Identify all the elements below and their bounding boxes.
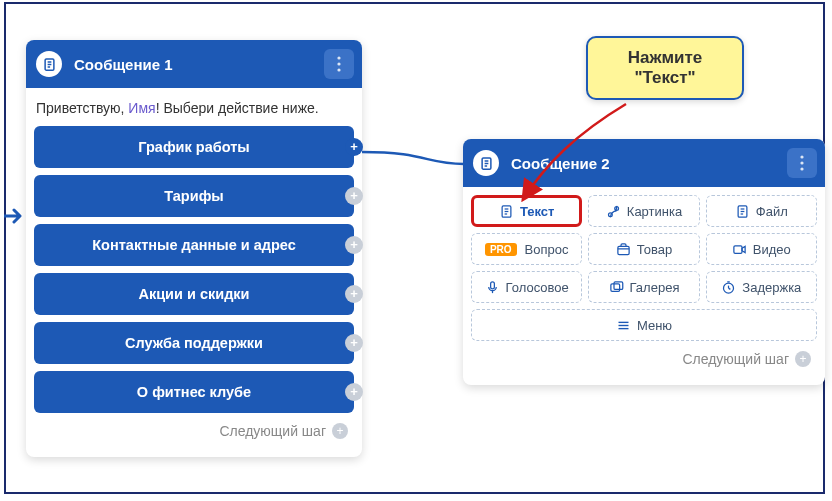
next-step-link[interactable]: Следующий шаг +	[471, 341, 817, 377]
button-label: Тарифы	[164, 188, 223, 204]
chip-label: Картинка	[627, 204, 682, 219]
connector-out[interactable]: +	[345, 187, 363, 205]
chip-label: Задержка	[742, 280, 801, 295]
node-title: Сообщение 2	[511, 155, 610, 172]
chip-image[interactable]: Картинка	[588, 195, 699, 227]
connector-out[interactable]: +	[345, 138, 363, 156]
callout-line-2: "Текст"	[600, 68, 730, 88]
content-type-grid: Текст Картинка Файл	[471, 195, 817, 341]
chip-video[interactable]: Видео	[706, 233, 817, 265]
app-frame: Сообщение 1 Приветствую, Имя! Выбери дей…	[4, 2, 825, 494]
svg-point-11	[800, 155, 803, 158]
flow-connector	[362, 152, 464, 164]
plus-icon: +	[795, 351, 811, 367]
instruction-callout: Нажмите "Текст"	[586, 36, 744, 100]
chip-delay[interactable]: Задержка	[706, 271, 817, 303]
flow-canvas[interactable]: Сообщение 1 Приветствую, Имя! Выбери дей…	[6, 4, 823, 492]
chip-label: Файл	[756, 204, 788, 219]
svg-point-12	[800, 161, 803, 164]
callout-line-1: Нажмите	[600, 48, 730, 68]
node-title: Сообщение 1	[74, 56, 173, 73]
message-text[interactable]: Приветствую, Имя! Выбери действие ниже.	[34, 96, 354, 126]
chip-menu[interactable]: Меню	[471, 309, 817, 341]
greeting-suffix: ! Выбери действие ниже.	[156, 100, 319, 116]
chip-text[interactable]: Текст	[471, 195, 582, 227]
next-step-link[interactable]: Следующий шаг +	[34, 413, 354, 449]
chip-label: Видео	[753, 242, 791, 257]
connector-out[interactable]: +	[345, 285, 363, 303]
document-icon	[36, 51, 62, 77]
message-node-2[interactable]: Сообщение 2 Текст	[463, 139, 825, 385]
svg-rect-25	[734, 245, 742, 253]
chip-gallery[interactable]: Галерея	[588, 271, 699, 303]
button-label: Акции и скидки	[138, 286, 249, 302]
option-button-tariffs[interactable]: Тарифы +	[34, 175, 354, 217]
svg-point-6	[337, 68, 340, 71]
chip-label: Товар	[637, 242, 672, 257]
node-body: Текст Картинка Файл	[463, 187, 825, 385]
button-label: О фитнес клубе	[137, 384, 251, 400]
chip-label: Текст	[520, 204, 554, 219]
plus-icon: +	[332, 423, 348, 439]
button-list: График работы + Тарифы + Контактные данн…	[34, 126, 354, 413]
node-header: Сообщение 2	[463, 139, 825, 187]
svg-line-32	[729, 288, 731, 289]
connector-out[interactable]: +	[345, 334, 363, 352]
option-button-promo[interactable]: Акции и скидки +	[34, 273, 354, 315]
svg-rect-24	[618, 246, 629, 254]
svg-rect-28	[610, 283, 619, 291]
chip-question[interactable]: PRO Вопрос	[471, 233, 582, 265]
node-body: Приветствую, Имя! Выбери действие ниже. …	[26, 88, 362, 457]
option-button-contacts[interactable]: Контактные данные и адрес +	[34, 224, 354, 266]
variable-name: Имя	[128, 100, 155, 116]
document-icon	[473, 150, 499, 176]
greeting-prefix: Приветствую,	[36, 100, 128, 116]
chip-label: Вопрос	[525, 242, 569, 257]
next-step-label: Следующий шаг	[682, 351, 789, 367]
chip-product[interactable]: Товар	[588, 233, 699, 265]
entry-arrow-icon	[4, 206, 26, 230]
more-button[interactable]	[324, 49, 354, 79]
button-label: График работы	[138, 139, 249, 155]
chip-label: Меню	[637, 318, 672, 333]
button-label: Служба поддержки	[125, 335, 263, 351]
option-button-about[interactable]: О фитнес клубе +	[34, 371, 354, 413]
chip-label: Галерея	[630, 280, 680, 295]
node-header: Сообщение 1	[26, 40, 362, 88]
pro-badge: PRO	[485, 243, 517, 256]
svg-point-13	[800, 167, 803, 170]
svg-rect-26	[490, 281, 494, 288]
button-label: Контактные данные и адрес	[92, 237, 296, 253]
connector-out[interactable]: +	[345, 383, 363, 401]
chip-voice[interactable]: Голосовое	[471, 271, 582, 303]
connector-out[interactable]: +	[345, 236, 363, 254]
option-button-support[interactable]: Служба поддержки +	[34, 322, 354, 364]
svg-point-5	[337, 62, 340, 65]
message-node-1[interactable]: Сообщение 1 Приветствую, Имя! Выбери дей…	[26, 40, 362, 457]
svg-point-4	[337, 56, 340, 59]
chip-file[interactable]: Файл	[706, 195, 817, 227]
chip-label: Голосовое	[506, 280, 569, 295]
option-button-schedule[interactable]: График работы +	[34, 126, 354, 168]
next-step-label: Следующий шаг	[219, 423, 326, 439]
more-button[interactable]	[787, 148, 817, 178]
svg-rect-29	[614, 281, 623, 289]
